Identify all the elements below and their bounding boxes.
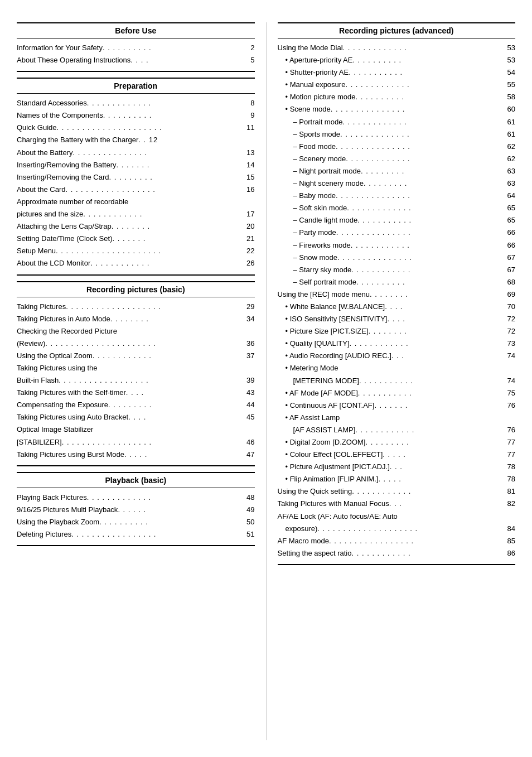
toc-page-number: 13 <box>243 147 255 159</box>
toc-dots: . . . . . . . . . . . . . . . . . . . <box>66 301 242 313</box>
toc-dots: . . . <box>391 350 503 362</box>
toc-row: Taking Pictures with Manual Focus . . .8… <box>278 498 516 510</box>
toc-entry-label: • Flip Animation [FLIP ANIM.] <box>286 473 379 485</box>
toc-dots: . . . . . . . . <box>369 325 503 337</box>
toc-row: Charging the Battery with the Charger . … <box>17 134 255 146</box>
toc-row: AF Macro mode . . . . . . . . . . . . . … <box>278 535 516 547</box>
toc-page-number: 55 <box>503 79 515 91</box>
toc-entry-label: – Night scenery mode <box>293 177 364 190</box>
toc-entry-label: Playing Back Pictures <box>17 491 87 504</box>
toc-dots: . . . . . . . . . . . . . . . <box>337 252 503 264</box>
toc-row: – Food mode . . . . . . . . . . . . . . … <box>278 141 516 153</box>
toc-page-number: 47 <box>243 449 255 461</box>
toc-page-number: 66 <box>503 226 515 239</box>
toc-row: – Fireworks mode . . . . . . . . . . . .… <box>278 239 516 252</box>
toc-entry-label: • Continuous AF [CONT.AF] <box>286 399 375 412</box>
toc-row: – Sports mode . . . . . . . . . . . . . … <box>278 128 516 141</box>
toc-entry-label: – Self portrait mode <box>293 276 356 288</box>
toc-row: • Shutter-priority AE . . . . . . . . . … <box>278 66 516 79</box>
toc-dots: . . . . <box>387 313 503 325</box>
toc-section: Recording pictures (advanced)Using the M… <box>278 22 516 565</box>
toc-row: Taking Pictures using the <box>17 362 255 374</box>
toc-page-number: 78 <box>503 473 515 485</box>
toc-row: Taking Pictures using Auto Bracket . . .… <box>17 411 255 423</box>
toc-page-number: 63 <box>503 165 515 177</box>
toc-row: • Picture Size [PICT.SIZE] . . . . . . .… <box>278 325 516 337</box>
toc-row: 9/16/25 Pictures Multi Playback . . . . … <box>17 504 255 516</box>
toc-dots: . . . . . . . . . . . <box>358 387 503 399</box>
toc-page-number: 8 <box>243 97 255 109</box>
toc-page-number: 74 <box>503 350 515 362</box>
toc-page-number: 82 <box>503 498 515 510</box>
toc-dots: . . . . . . . . . . . . <box>351 264 503 276</box>
toc-row: Setting the aspect ratio . . . . . . . .… <box>278 547 516 560</box>
toc-dots: . . . . . . . . . . . . . <box>346 153 503 165</box>
toc-dots: . . . . . . . . . . <box>103 42 243 54</box>
toc-entry-label: • Colour Effect [COL.EFFECT] <box>286 449 383 461</box>
toc-page-number: 37 <box>243 350 255 362</box>
toc-entry-label: Approximate number of recordable <box>17 196 128 208</box>
toc-page-number: 64 <box>503 190 515 202</box>
toc-dots: . . . . . . . . . . . . . <box>342 116 503 128</box>
toc-entry-label: About the Battery <box>17 147 72 159</box>
toc-page-number: 84 <box>503 523 515 535</box>
section-header: Before Use <box>17 22 255 38</box>
toc-page-number: 75 <box>503 387 515 399</box>
toc-entry-label: [STABILIZER] <box>17 436 62 449</box>
toc-dots: . . . <box>389 498 503 510</box>
toc-row: • Digital Zoom [D.ZOOM] . . . . . . . . … <box>278 436 516 449</box>
toc-row: Built-in Flash . . . . . . . . . . . . .… <box>17 374 255 387</box>
toc-row: Setting Date/Time (Clock Set) . . . . . … <box>17 233 255 245</box>
toc-page-number: 51 <box>243 528 255 541</box>
toc-dots: . . 12 <box>138 134 254 146</box>
toc-dots: . . . . . . . . . . . . . . . . . . . . … <box>57 122 243 134</box>
toc-page-number: 65 <box>503 214 515 226</box>
toc-entry-label: Deleting Pictures <box>17 528 71 541</box>
toc-page-number: 85 <box>503 535 515 547</box>
toc-dots: . . . . . . . . . . . . <box>83 208 242 220</box>
toc-entry-label: Taking Pictures with Manual Focus <box>278 498 389 510</box>
toc-row: Names of the Components . . . . . . . . … <box>17 109 255 122</box>
toc-dots: . . . . . . . . . . . . . <box>345 79 503 91</box>
toc-row: exposure) . . . . . . . . . . . . . . . … <box>278 523 516 535</box>
toc-dots: . . . . . . . . . . . . . <box>87 491 243 504</box>
toc-entry-label: • Picture Size [PICT.SIZE] <box>286 325 369 337</box>
toc-page-number: 20 <box>243 220 255 233</box>
toc-entry-label: Using the Optical Zoom <box>17 350 93 362</box>
toc-entry-label: – Night portrait mode <box>293 165 361 177</box>
toc-row: Information for Your Safety . . . . . . … <box>17 42 255 54</box>
toc-row: • White Balance [W.BALANCE] . . . .70 <box>278 301 516 313</box>
toc-row: [AF ASSIST LAMP] . . . . . . . . . . . .… <box>278 424 516 436</box>
toc-dots: . . . . . . . . . . . . . . . . . . <box>62 436 243 449</box>
toc-row: Standard Accessories . . . . . . . . . .… <box>17 97 255 109</box>
toc-entry-label: (Review) <box>17 337 45 350</box>
toc-entry-label: – Fireworks mode <box>293 239 351 252</box>
footer <box>17 740 515 746</box>
toc-dots: . . . . . . . . . . . . . <box>343 42 503 54</box>
toc-dots: . . . . . . . . . <box>361 165 503 177</box>
toc-row: Using the [REC] mode menu . . . . . . . … <box>278 288 516 301</box>
toc-page-number: 45 <box>243 411 255 423</box>
toc-dots: . . . . . . . . . . . <box>359 375 503 387</box>
toc-entry-label: Taking Pictures in Auto Mode <box>17 313 110 325</box>
toc-dots: . . . . <box>128 411 242 423</box>
toc-row: Playing Back Pictures . . . . . . . . . … <box>17 491 255 504</box>
toc-dots: . . . . . . . . . . . . <box>355 424 503 436</box>
toc-row: • Flip Animation [FLIP ANIM.] . . . . .7… <box>278 473 516 485</box>
toc-entry-label: • Digital Zoom [D.ZOOM] <box>286 436 366 449</box>
toc-entry-label: • Manual exposure <box>286 79 346 91</box>
toc-page-number: 53 <box>503 54 515 66</box>
toc-page-number: 36 <box>243 337 255 350</box>
toc-page-number: 63 <box>503 177 515 190</box>
toc-entry-label: Information for Your Safety <box>17 42 103 54</box>
toc-entry-label: • Quality [QUALITY] <box>286 337 350 350</box>
toc-dots: . . . . . . . . . . . . . . . <box>72 147 242 159</box>
toc-dots: . . . . . . . <box>116 159 242 171</box>
toc-row: Taking Pictures . . . . . . . . . . . . … <box>17 301 255 313</box>
toc-row: • AF Mode [AF MODE] . . . . . . . . . . … <box>278 387 516 399</box>
toc-entry-label: Optical Image Stabilizer <box>17 423 93 436</box>
toc-row: Compensating the Exposure . . . . . . . … <box>17 399 255 411</box>
toc-entry-label: • Motion picture mode <box>286 91 356 103</box>
toc-dots: . . . . . . . . . . <box>352 54 503 66</box>
toc-page-number: 2 <box>243 42 255 54</box>
